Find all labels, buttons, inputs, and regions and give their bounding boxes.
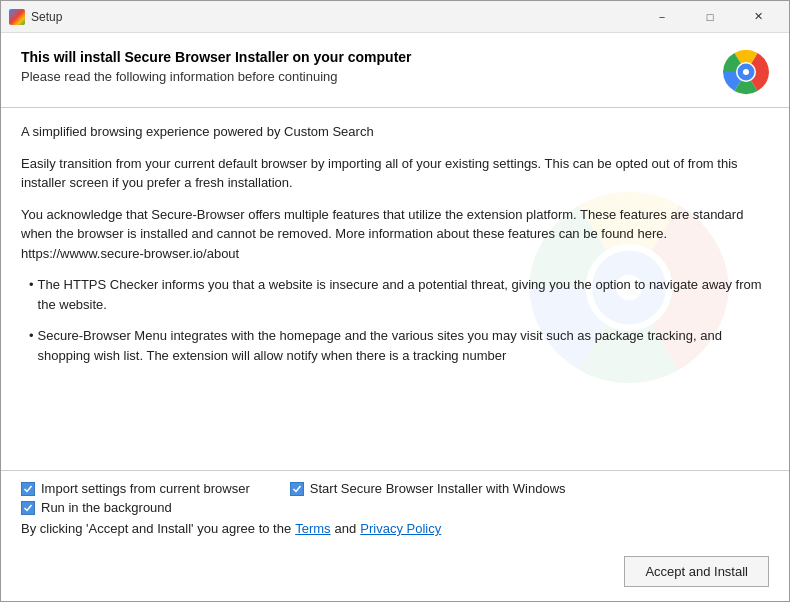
start-windows-checkbox-box: [290, 482, 304, 496]
content-text: A simplified browsing experience powered…: [21, 122, 769, 365]
setup-window: Setup − □ ✕ This will install Secure Bro…: [0, 0, 790, 602]
terms-prefix: By clicking 'Accept and Install' you agr…: [21, 521, 291, 536]
start-windows-checkbox[interactable]: Start Secure Browser Installer with Wind…: [290, 481, 566, 496]
bullet-item-2: • Secure-Browser Menu integrates with th…: [21, 326, 769, 365]
accept-install-button[interactable]: Accept and Install: [624, 556, 769, 587]
bullet-symbol-2: •: [29, 326, 34, 365]
titlebar: Setup − □ ✕: [1, 1, 789, 33]
run-bg-label: Run in the background: [41, 500, 172, 515]
terms-and: and: [335, 521, 357, 536]
start-windows-label: Start Secure Browser Installer with Wind…: [310, 481, 566, 496]
terms-link[interactable]: Terms: [295, 521, 330, 536]
bullet-symbol-1: •: [29, 275, 34, 314]
close-button[interactable]: ✕: [735, 1, 781, 33]
privacy-policy-link[interactable]: Privacy Policy: [360, 521, 441, 536]
para2-text: You acknowledge that Secure-Browser offe…: [21, 205, 769, 264]
import-settings-checkbox[interactable]: Import settings from current browser: [21, 481, 250, 496]
window-title: Setup: [31, 10, 639, 24]
window-controls: − □ ✕: [639, 1, 781, 33]
sub-heading: Please read the following information be…: [21, 69, 412, 84]
content-area: A simplified browsing experience powered…: [1, 108, 789, 470]
scroll-content[interactable]: A simplified browsing experience powered…: [1, 108, 789, 470]
checkbox-group-right: Start Secure Browser Installer with Wind…: [290, 481, 566, 515]
header-section: This will install Secure Browser Install…: [1, 33, 789, 108]
bullet-item-1: • The HTTPS Checker informs you that a w…: [21, 275, 769, 314]
run-bg-checkbox-box: [21, 501, 35, 515]
para1-text: Easily transition from your current defa…: [21, 154, 769, 193]
bullet-text-1: The HTTPS Checker informs you that a web…: [38, 275, 769, 314]
terms-row: By clicking 'Accept and Install' you agr…: [21, 521, 769, 536]
restore-button[interactable]: □: [687, 1, 733, 33]
bullet-text-2: Secure-Browser Menu integrates with the …: [38, 326, 769, 365]
intro-text: A simplified browsing experience powered…: [21, 122, 769, 142]
app-icon: [9, 9, 25, 25]
minimize-button[interactable]: −: [639, 1, 685, 33]
bottom-section: Import settings from current browser Run…: [1, 470, 789, 546]
checkboxes-row: Import settings from current browser Run…: [21, 481, 769, 515]
run-background-checkbox[interactable]: Run in the background: [21, 500, 250, 515]
checkbox-group-left: Import settings from current browser Run…: [21, 481, 250, 515]
header-text: This will install Secure Browser Install…: [21, 49, 412, 84]
main-heading: This will install Secure Browser Install…: [21, 49, 412, 65]
import-checkbox-box: [21, 482, 35, 496]
button-bar: Accept and Install: [1, 546, 789, 601]
import-label: Import settings from current browser: [41, 481, 250, 496]
svg-point-3: [743, 69, 749, 75]
browser-logo: [723, 49, 769, 95]
